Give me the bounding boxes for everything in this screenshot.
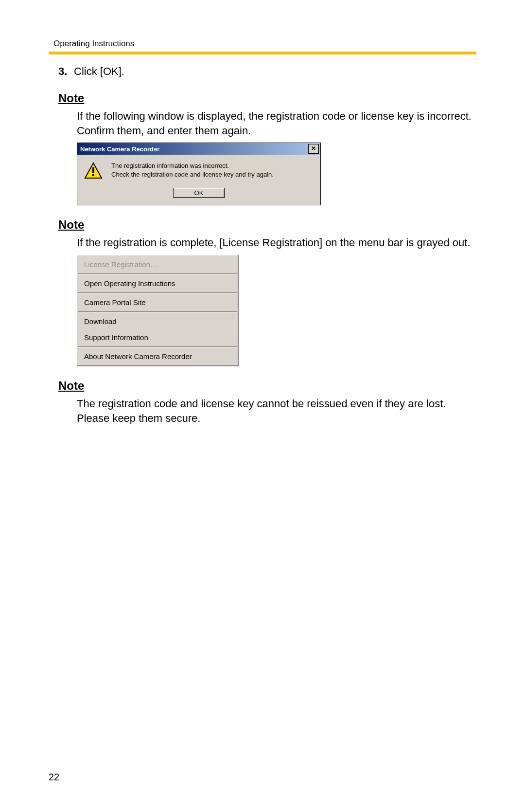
step-number: 3.	[58, 65, 74, 78]
note-heading-2: Note	[58, 218, 476, 232]
svg-rect-1	[92, 167, 94, 173]
header-rule	[49, 52, 476, 54]
note-heading-3: Note	[58, 379, 476, 393]
menu-item-camera-portal[interactable]: Camera Portal Site	[77, 294, 238, 310]
menu-item-open-instructions[interactable]: Open Operating Instructions	[77, 275, 238, 291]
document-page: Operating Instructions 3. Click [OK]. No…	[0, 0, 525, 812]
dialog-titlebar: Network Camera Recorder ✕	[77, 143, 320, 155]
close-button[interactable]: ✕	[308, 144, 319, 154]
dialog-title: Network Camera Recorder	[80, 145, 308, 153]
menu-separator	[78, 292, 237, 293]
warning-icon	[84, 162, 103, 182]
note-text-1: If the following window is displayed, th…	[77, 109, 472, 138]
ok-button[interactable]: OK	[173, 188, 225, 198]
menu-separator	[78, 311, 237, 312]
page-number: 22	[49, 772, 59, 783]
menu-item-license-registration: License Registration…	[77, 256, 238, 272]
dialog-button-row: OK	[77, 184, 320, 205]
note-heading-1: Note	[58, 91, 476, 105]
dialog-message: The registration information was incorre…	[111, 162, 274, 182]
menu-item-download[interactable]: Download	[77, 313, 238, 329]
dialog-message-line2: Check the registration code and license …	[111, 171, 274, 178]
note-text-3: The registration code and license key ca…	[77, 397, 472, 425]
step-text: Click [OK].	[74, 65, 124, 78]
menu-item-support-info[interactable]: Support Information	[77, 329, 238, 345]
error-dialog: Network Camera Recorder ✕ The registrati…	[77, 143, 321, 205]
running-header: Operating Instructions	[53, 39, 476, 49]
note-text-2: If the registration is complete, [Licens…	[77, 235, 472, 250]
menu-item-about[interactable]: About Network Camera Recorder	[77, 348, 238, 364]
step-3: 3. Click [OK].	[58, 65, 476, 78]
menu-separator	[78, 273, 237, 274]
menu-separator	[78, 346, 237, 347]
dialog-message-line1: The registration information was incorre…	[111, 162, 229, 169]
svg-rect-2	[92, 174, 94, 176]
dialog-body: The registration information was incorre…	[77, 155, 320, 184]
help-menu: License Registration… Open Operating Ins…	[77, 255, 239, 366]
